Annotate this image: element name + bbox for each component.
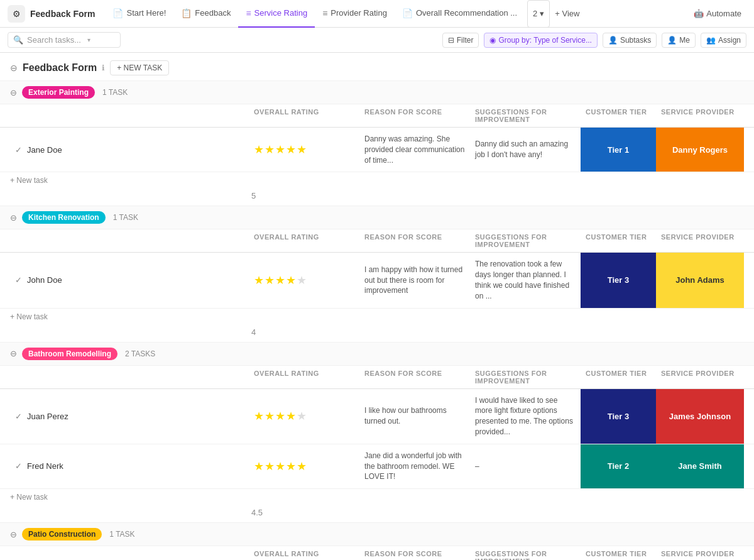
customer-tier-cell: Tier 2: [581, 444, 656, 488]
group-label-kitchen-renovation[interactable]: Kitchen Renovation: [22, 211, 106, 224]
col-service-provider: SERVICE PROVIDER: [656, 229, 744, 252]
group-label-exterior-painting[interactable]: Exterior Painting: [22, 86, 95, 99]
group-header-bathroom-remodelling: ⊖ Bathroom Remodelling 2 TASKS: [0, 342, 754, 366]
tab-provider-rating[interactable]: ≡ Provider Rating: [315, 0, 395, 28]
check-icon: ✓: [15, 145, 22, 155]
star-full: ★: [265, 143, 275, 156]
star-full: ★: [286, 143, 296, 156]
new-task-label: + NEW TASK: [117, 63, 162, 72]
service-provider-cell: John Adams: [656, 253, 744, 307]
group-task-count-exterior-painting: 1 TASK: [102, 88, 128, 97]
page-collapse-button[interactable]: ⊖: [10, 63, 18, 73]
col-task: [10, 546, 249, 560]
task-name-cell: ✓ Jane Doe: [10, 128, 249, 172]
suggestions-cell: Danny did such an amazing job I don't ha…: [470, 128, 581, 172]
task-name-text: Jane Doe: [27, 145, 62, 155]
automate-label: Automate: [706, 9, 741, 18]
new-task-button[interactable]: + NEW TASK: [110, 60, 169, 75]
add-view-label: + View: [555, 9, 579, 18]
customer-tier-cell: Tier 1: [581, 128, 656, 172]
star-empty: ★: [297, 409, 307, 423]
filter-button[interactable]: ⊟ Filter: [442, 33, 479, 48]
task-name-cell: ✓ John Doe: [10, 253, 249, 307]
suggestions-cell: –: [470, 444, 581, 488]
tab-start-label: Start Here!: [126, 8, 166, 18]
group-collapse-exterior-painting[interactable]: ⊖: [10, 88, 17, 97]
tab-start-here[interactable]: 📄 Start Here!: [105, 0, 173, 28]
group-header-exterior-painting: ⊖ Exterior Painting 1 TASK: [0, 80, 754, 104]
table-wrapper: ⊖ Exterior Painting 1 TASK OVERALL RATIN…: [0, 80, 754, 560]
more-views-count: 2: [533, 9, 537, 18]
more-views-button[interactable]: 2 ▾: [527, 0, 550, 28]
tab-overall-recommendation[interactable]: 📄 Overall Recommendation ...: [395, 0, 525, 28]
automate-button[interactable]: 🤖 Automate: [689, 0, 746, 28]
rating-cell: ★★★★★: [249, 253, 359, 307]
table-row[interactable]: ✓ Juan Perez ★★★★★ I like how our bathro…: [0, 389, 754, 444]
col-suggestions: SUGGESTIONS FOR IMPROVEMENT: [470, 366, 581, 388]
toolbar: 🔍 Search tasks... ▾ ⊟ Filter ◉ Group by:…: [0, 28, 754, 53]
automate-icon: 🤖: [694, 9, 704, 18]
new-task-row-kitchen-renovation[interactable]: + New task: [0, 309, 754, 325]
group-collapse-patio-construction[interactable]: ⊖: [10, 530, 17, 539]
assign-button[interactable]: 👥 Assign: [701, 33, 746, 48]
task-name-cell: ✓ Juan Perez: [10, 389, 249, 444]
tab-feedback-icon: 📋: [181, 8, 192, 18]
table-row[interactable]: ✓ Fred Nerk ★★★★★ Jane did a wonderful j…: [0, 444, 754, 489]
col-customer-tier: CUSTOMER TIER: [581, 229, 656, 252]
star-full: ★: [286, 459, 296, 473]
rating-cell: ★★★★★: [249, 389, 359, 444]
group-header-patio-construction: ⊖ Patio Construction 1 TASK: [0, 522, 754, 546]
subtasks-icon: 👤: [608, 36, 618, 45]
tab-service-rating[interactable]: ≡ Service Rating: [238, 0, 315, 28]
rating-cell: ★★★★★: [249, 128, 359, 172]
customer-tier-cell: Tier 3: [581, 389, 656, 444]
subtasks-button[interactable]: 👤 Subtasks: [603, 33, 657, 48]
col-task: [10, 229, 249, 252]
search-chevron-icon: ▾: [87, 36, 90, 43]
stars-display: ★★★★★: [254, 409, 307, 423]
new-task-row-bathroom-remodelling[interactable]: + New task: [0, 489, 754, 505]
star-full: ★: [275, 459, 285, 473]
service-provider-cell: Danny Rogers: [656, 128, 744, 172]
stars-display: ★★★★★: [254, 273, 307, 287]
me-button[interactable]: 👤 Me: [662, 33, 696, 48]
tab-provider-icon: ≡: [322, 8, 327, 18]
star-full: ★: [297, 459, 307, 473]
col-customer-tier: CUSTOMER TIER: [581, 546, 656, 560]
star-full: ★: [254, 143, 264, 156]
check-icon: ✓: [15, 412, 22, 421]
col-headers-exterior-painting: OVERALL RATING REASON FOR SCORE SUGGESTI…: [0, 104, 754, 128]
col-overall-rating: OVERALL RATING: [249, 229, 359, 252]
search-box[interactable]: 🔍 Search tasks... ▾: [8, 32, 121, 48]
col-overall-rating: OVERALL RATING: [249, 546, 359, 560]
table-row[interactable]: ✓ John Doe ★★★★★ I am happy with how it …: [0, 253, 754, 308]
reason-cell: Jane did a wonderful job with the bathro…: [359, 444, 470, 488]
service-provider-cell: James Johnson: [656, 389, 744, 444]
star-full: ★: [265, 409, 275, 423]
group-collapse-bathroom-remodelling[interactable]: ⊖: [10, 349, 17, 358]
info-icon[interactable]: ℹ: [102, 63, 105, 72]
star-full: ★: [275, 409, 285, 423]
star-full: ★: [286, 273, 296, 287]
col-headers-bathroom-remodelling: OVERALL RATING REASON FOR SCORE SUGGESTI…: [0, 366, 754, 389]
assign-label: Assign: [718, 36, 741, 45]
table-row[interactable]: ✓ Jane Doe ★★★★★ Danny was amazing. She …: [0, 128, 754, 172]
reason-cell: I like how our bathrooms turned out.: [359, 389, 470, 444]
col-task: [10, 104, 249, 127]
avg-rating-bathroom-remodelling: 4.5: [0, 505, 754, 522]
tab-feedback[interactable]: 📋 Feedback: [173, 0, 238, 28]
new-task-row-exterior-painting[interactable]: + New task: [0, 172, 754, 189]
col-overall-rating: OVERALL RATING: [249, 104, 359, 127]
search-icon: 🔍: [13, 35, 23, 45]
star-full: ★: [286, 409, 296, 423]
col-customer-tier: CUSTOMER TIER: [581, 104, 656, 127]
col-suggestions: SUGGESTIONS FOR IMPROVEMENT: [470, 546, 581, 560]
group-collapse-kitchen-renovation[interactable]: ⊖: [10, 213, 17, 222]
col-reason: REASON FOR SCORE: [359, 366, 470, 388]
group-label-bathroom-remodelling[interactable]: Bathroom Remodelling: [22, 348, 117, 360]
me-label: Me: [679, 36, 690, 45]
group-label-patio-construction[interactable]: Patio Construction: [22, 528, 102, 541]
group-by-button[interactable]: ◉ Group by: Type of Service...: [484, 33, 598, 48]
app-icon-symbol: ⚙: [13, 9, 21, 19]
add-view-button[interactable]: + View: [550, 0, 584, 28]
